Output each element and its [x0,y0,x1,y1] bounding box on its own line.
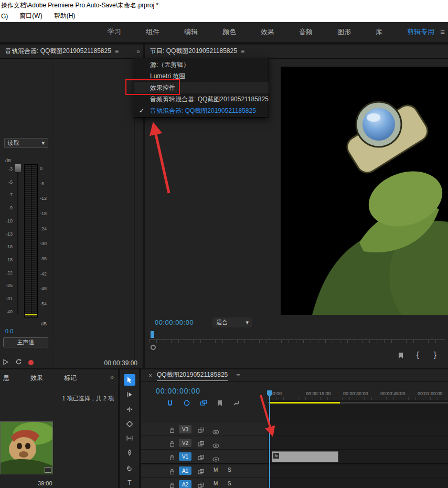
lock-icon[interactable] [169,468,175,477]
timeline-ruler[interactable]: :00:0000:00:15:0000:00:30:0000:00:45:000… [269,391,448,396]
track-select-forward-tool-icon[interactable] [124,389,135,400]
razor-tool-icon[interactable] [124,418,135,430]
timeline-tab-title[interactable]: QQ截图20190521185825 [157,370,228,381]
panel-menu-icon[interactable]: ≡ [241,48,244,55]
panel-menu-icon[interactable]: ≡ [115,48,119,55]
chevron-down-icon: ▾ [41,140,45,146]
timeline-timecode[interactable]: 00:00:00:00 [156,387,200,395]
program-scrub-ruler[interactable] [149,340,445,343]
record-icon[interactable] [28,360,34,365]
work-area-bar[interactable] [269,402,340,404]
program-timecode[interactable]: 00:00:00:00 [155,319,194,326]
timeline-clip[interactable]: fx [272,451,338,462]
type-tool-icon[interactable]: T [124,476,135,488]
panel-menu-icon[interactable]: ≡ [236,372,240,379]
track-target-a2[interactable]: A2 [179,480,191,488]
selection-tool-icon[interactable] [124,374,135,386]
lock-icon[interactable] [169,453,175,463]
meter-peak-indicator [25,314,37,315]
workspace-tab-assembly[interactable]: 组件 [146,27,159,37]
ripple-edit-tool-icon[interactable] [124,404,135,415]
mute-button[interactable]: M [214,481,218,486]
db-unit-label: dB [5,158,11,163]
scale-tick-label: :00:00 [269,391,306,396]
slip-tool-icon[interactable] [124,433,135,444]
toggle-track-output-icon[interactable] [212,454,219,464]
fader-level-value[interactable]: 0.0 [5,328,13,334]
track-content-a1[interactable] [268,464,448,478]
track-target-v3[interactable]: V3 [179,425,191,433]
panel-overflow-icon[interactable]: » [136,48,139,55]
mute-button[interactable]: M [214,467,218,473]
timeline-panel: × QQ截图20190521185825 ≡ 00:00:00:00 :00:0… [141,369,448,488]
snap-icon[interactable] [166,399,174,409]
master-channel-label: 主声道 [17,338,35,346]
workspace-tab-editing-custom[interactable]: 剪辑专用 [407,27,434,37]
track-target-v2[interactable]: V2 [179,439,191,447]
workspace-tab-graphics[interactable]: 图形 [337,27,351,37]
track-content-v2[interactable] [268,437,448,450]
workspace-tab-editing[interactable]: 编辑 [184,27,198,37]
add-marker-icon[interactable] [398,352,404,361]
mixer-duration-timecode: 00:00:39:00 [104,359,137,367]
timeline-display-settings-icon[interactable] [200,399,207,409]
panel-overflow-icon[interactable]: » [110,374,113,381]
workspace-tab-library[interactable]: 库 [376,27,382,37]
pen-tool-icon[interactable] [124,447,135,459]
scale-tick-label: 00:01:00:00 [418,391,448,396]
automation-mode-select[interactable]: 读取 ▾ [4,138,48,148]
master-channel-button[interactable]: 主声道 [3,337,48,347]
menu-item-help[interactable]: 帮助(H) [54,12,76,20]
timeline-playhead-line[interactable] [269,390,270,488]
toggle-track-output-icon[interactable] [212,427,219,437]
sync-lock-icon[interactable] [198,440,204,449]
program-zoom-handle[interactable] [151,345,156,350]
mark-in-button[interactable]: { [417,351,419,359]
track-content-a2[interactable] [268,478,448,488]
menu-item-truncated[interactable]: G) [1,13,8,20]
timeline-settings-wrench-icon[interactable] [232,399,240,409]
workspace-tab-learn[interactable]: 学习 [108,27,121,37]
close-icon[interactable]: × [148,372,152,379]
workspace-overflow-menu-icon[interactable]: ≡ [440,27,445,36]
track-target-v1[interactable]: V1 [179,452,191,461]
menu-item-window[interactable]: 窗口(W) [19,12,42,20]
sync-lock-icon[interactable] [198,453,204,463]
track-target-a1[interactable]: A1 [179,466,191,475]
menu-item-audio-track-mixer[interactable]: ✓ 音轨混合器: QQ截图20190521185825 [134,105,269,116]
linked-selection-icon[interactable] [183,399,190,409]
lock-icon[interactable] [169,440,175,449]
workspace-tab-effects[interactable]: 效果 [261,27,274,37]
solo-button[interactable]: S [228,467,231,473]
chevron-down-icon: ▾ [246,319,249,326]
volume-fader-handle[interactable] [14,164,22,173]
lock-icon[interactable] [169,426,175,436]
solo-button[interactable]: S [228,481,231,486]
mixer-panel-title[interactable]: 音轨混合器: QQ截图20190521185825 [5,45,111,59]
menu-item-audio-clip-mixer[interactable]: 音频剪辑混合器: QQ截图20190521185825 [134,93,269,105]
program-playhead[interactable] [151,331,154,338]
sync-lock-icon[interactable] [198,468,204,477]
loop-icon[interactable] [15,358,22,367]
add-marker-icon[interactable] [217,399,223,409]
hand-tool-icon[interactable] [124,462,135,473]
workspace-tab-audio[interactable]: 音频 [299,27,313,37]
timeline-playhead-handle[interactable] [267,390,272,397]
tab-info[interactable]: 息 [3,374,9,383]
sync-lock-icon[interactable] [198,426,204,436]
toggle-track-output-icon[interactable] [212,441,219,450]
scale-tick-label: -9 [1,205,13,210]
mark-out-button[interactable]: } [434,351,436,359]
clip-thumbnail[interactable] [0,421,53,474]
zoom-level-select[interactable]: 适合 ▾ [212,317,252,327]
menu-item-source[interactable]: 源:（无剪辑） [134,59,269,70]
workspace-tab-color[interactable]: 颜色 [222,27,236,37]
tab-effects[interactable]: 效果 [30,374,43,383]
lock-icon[interactable] [169,481,175,488]
sync-lock-icon[interactable] [198,481,204,488]
play-icon[interactable] [3,358,9,367]
track-content-v3[interactable] [268,423,448,436]
tab-markers[interactable]: 标记 [64,374,77,383]
video-audio-divider [141,463,448,464]
program-panel-title[interactable]: 节目: QQ截图20190521185825 [150,45,237,59]
